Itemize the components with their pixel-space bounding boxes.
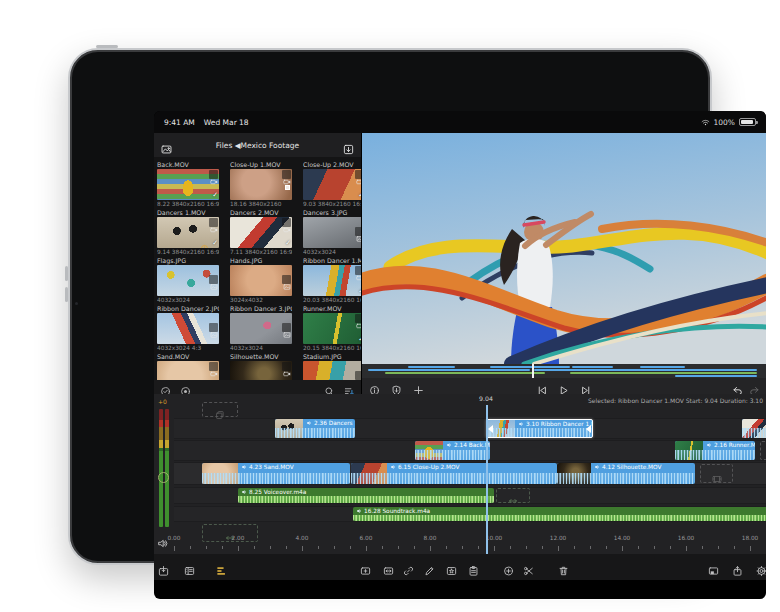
audio-track-2[interactable]: 16.28 Soundtrack.m4a bbox=[174, 506, 766, 522]
media-item-thumbnail[interactable] bbox=[303, 217, 361, 248]
media-item-thumbnail[interactable]: ✓ bbox=[157, 217, 219, 248]
media-item[interactable]: Sand.MOV bbox=[157, 353, 219, 380]
media-item[interactable]: Close-Up 2.MOV✓9.03 3840x2160 16:9 bbox=[303, 161, 361, 209]
media-item[interactable]: Close-Up 1.MOV18.16 3840x2160 bbox=[230, 161, 292, 209]
video-clip-runner-mo[interactable]: 2.16 Runner.MO bbox=[675, 441, 755, 460]
layout-icon[interactable] bbox=[708, 562, 719, 573]
check-circle-icon[interactable] bbox=[160, 382, 171, 393]
play-icon[interactable] bbox=[559, 381, 570, 392]
drop-placeholder[interactable] bbox=[700, 464, 733, 483]
share-icon[interactable] bbox=[732, 562, 743, 573]
overview-segment bbox=[640, 366, 685, 368]
media-item[interactable]: Dancers 3.JPG4032x3024 bbox=[303, 209, 361, 257]
search-icon[interactable] bbox=[324, 382, 335, 393]
video-clip-dancers-1-m[interactable]: 2.36 Dancers 1.M bbox=[275, 419, 355, 438]
playhead[interactable] bbox=[486, 405, 488, 554]
overview-playhead[interactable] bbox=[532, 364, 534, 378]
video-clip-ribbon-dancer-1-m[interactable]: 3.10 Ribbon Dancer 1.M bbox=[486, 419, 593, 438]
star-box-icon[interactable] bbox=[446, 562, 457, 573]
ruler-tick bbox=[270, 546, 271, 549]
redo-icon[interactable] bbox=[749, 381, 760, 392]
ruler-tick bbox=[366, 546, 367, 551]
media-item[interactable]: Stadium.JPG bbox=[303, 353, 361, 380]
scissors-icon[interactable] bbox=[523, 562, 534, 573]
media-item[interactable]: Silhouette.MOV bbox=[230, 353, 292, 380]
storyboard-icon[interactable] bbox=[184, 562, 195, 573]
insert-box-icon[interactable] bbox=[360, 562, 371, 573]
video-clip-partial[interactable]: 4.1 bbox=[742, 419, 766, 438]
timeline-overview[interactable] bbox=[362, 364, 766, 378]
plus-circle-icon[interactable] bbox=[503, 562, 514, 573]
video-viewer[interactable] bbox=[362, 133, 766, 364]
info-circle-icon[interactable] bbox=[369, 381, 380, 392]
media-item-thumbnail[interactable] bbox=[230, 361, 292, 380]
link-icon[interactable] bbox=[403, 562, 414, 573]
skip-back-icon[interactable] bbox=[537, 381, 548, 392]
ruler-tick bbox=[542, 546, 543, 549]
media-item[interactable]: Ribbon Dancer 1.MOV✓20.03 3840x2160 16:9 bbox=[303, 257, 361, 305]
media-item-thumbnail[interactable]: ✓ bbox=[230, 217, 292, 248]
main-video-track[interactable]: 4.23 Sand.MOV6.15 Close-Up 2.MOV4.12 Sil… bbox=[174, 462, 766, 485]
audio-clip-voiceover-m4a[interactable]: 8.25 Voiceover.m4a bbox=[238, 488, 494, 503]
media-item[interactable]: Back.MOV✓8.22 3840x2160 16:9 bbox=[157, 161, 219, 209]
media-item-thumbnail[interactable] bbox=[230, 313, 292, 344]
record-circle-icon[interactable] bbox=[180, 382, 191, 393]
media-item-thumbnail[interactable]: ✓ bbox=[303, 313, 361, 344]
media-item-thumbnail[interactable] bbox=[157, 361, 219, 380]
video-clip-back-mo[interactable]: 2.14 Back.MO bbox=[415, 441, 490, 460]
media-item[interactable]: Dancers 1.MOV✓9.14 3840x2160 16:9 bbox=[157, 209, 219, 257]
media-item[interactable]: Dancers 2.MOV✓7.11 3840x2160 16:9 bbox=[230, 209, 292, 257]
trim-handle[interactable] bbox=[586, 425, 591, 433]
undo-icon[interactable] bbox=[732, 381, 743, 392]
drop-placeholder[interactable] bbox=[202, 402, 238, 417]
clipboard-icon[interactable] bbox=[468, 562, 479, 573]
media-item-name: Flags.JPG bbox=[157, 257, 219, 265]
audio-track-1[interactable]: 8.25 Voiceover.m4a bbox=[174, 487, 766, 504]
meter-ring[interactable] bbox=[158, 472, 169, 483]
media-item-thumbnail[interactable] bbox=[157, 313, 219, 344]
crosshair-icon[interactable] bbox=[413, 381, 424, 392]
photos-icon[interactable] bbox=[161, 140, 172, 151]
media-item-thumbnail[interactable] bbox=[230, 169, 292, 200]
project-import-icon[interactable] bbox=[158, 562, 169, 573]
media-item[interactable]: Ribbon Dancer 2.JPG4032x3024 4:3 bbox=[157, 305, 219, 353]
library-breadcrumb[interactable]: Files ◀Mexico Footage bbox=[172, 141, 343, 150]
media-item-thumbnail[interactable] bbox=[303, 361, 361, 380]
media-item-thumbnail[interactable]: ✓ bbox=[157, 169, 219, 200]
media-item[interactable]: Ribbon Dancer 3.JPG4032x3024 bbox=[230, 305, 292, 353]
speaker-sm-icon bbox=[706, 442, 712, 448]
overlay-track-2[interactable]: 2.36 Dancers 1.M3.10 Ribbon Dancer 1.M4.… bbox=[174, 418, 766, 439]
drop-placeholder[interactable] bbox=[496, 488, 530, 503]
import-icon[interactable] bbox=[343, 140, 354, 151]
video-clip-close-up-2-mov[interactable]: 6.15 Close-Up 2.MOV bbox=[351, 463, 557, 484]
tracks-icon[interactable] bbox=[216, 562, 227, 573]
media-item-thumbnail[interactable] bbox=[157, 265, 219, 296]
media-item-thumbnail[interactable]: ✓ bbox=[303, 265, 361, 296]
trash-icon[interactable] bbox=[558, 562, 569, 573]
media-item-name: Dancers 2.MOV bbox=[230, 209, 292, 217]
clip-label: 16.28 Soundtrack.m4a bbox=[356, 508, 430, 514]
media-item[interactable]: Runner.MOV✓20.15 3840x2160 16:9 bbox=[303, 305, 361, 353]
video-clip-silhouette-mov[interactable]: 4.12 Silhouette.MOV bbox=[557, 463, 695, 484]
drop-placeholder[interactable] bbox=[760, 441, 766, 460]
sort-icon[interactable] bbox=[344, 382, 355, 393]
shield-icon[interactable] bbox=[391, 381, 402, 392]
audio-level-meter bbox=[159, 409, 169, 527]
media-item-thumbnail[interactable]: ✓ bbox=[303, 169, 361, 200]
pencil-icon[interactable] bbox=[424, 562, 435, 573]
selected-check-icon: ✓ bbox=[358, 191, 361, 199]
speaker-icon[interactable] bbox=[157, 534, 168, 545]
gear-icon[interactable] bbox=[756, 562, 766, 573]
overlay-track-1[interactable]: 2.14 Back.MO2.16 Runner.MO bbox=[174, 440, 766, 461]
video-clip-sand-mov[interactable]: 4.23 Sand.MOV bbox=[202, 463, 350, 484]
ruler-tick bbox=[334, 546, 335, 549]
media-item-thumbnail[interactable] bbox=[230, 265, 292, 296]
audio-clip-soundtrack-m4a[interactable]: 16.28 Soundtrack.m4a bbox=[353, 507, 766, 521]
skip-forward-icon[interactable] bbox=[581, 381, 592, 392]
media-item[interactable]: Hands.JPG3024x4032 bbox=[230, 257, 292, 305]
media-library-panel: Files ◀Mexico Footage Back.MOV✓8.22 3840… bbox=[154, 133, 362, 394]
overwrite-box-icon[interactable] bbox=[383, 562, 394, 573]
time-ruler[interactable]: 0.002.004.006.008.0010.0012.0014.0016.00… bbox=[174, 535, 766, 544]
media-item[interactable]: Flags.JPG4032x3024 bbox=[157, 257, 219, 305]
trim-handle[interactable] bbox=[488, 425, 493, 433]
